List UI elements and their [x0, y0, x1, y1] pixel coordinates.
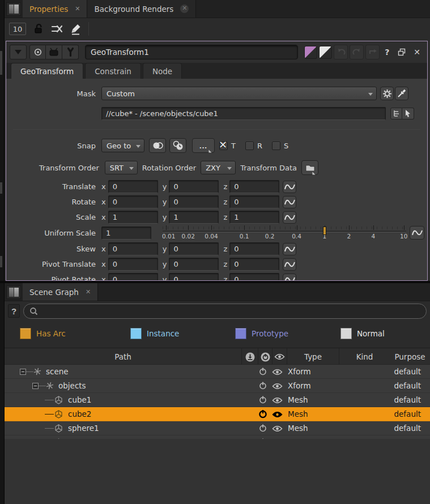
transform-order-dropdown[interactable]: SRT [105, 161, 138, 174]
tab-constrain[interactable]: Constrain [85, 63, 141, 79]
tab-background-renders[interactable]: Background Renders ✕ [87, 0, 196, 18]
scale-y-field[interactable]: 1 [169, 211, 219, 224]
snap-t-checkbox[interactable]: ✕ [219, 142, 228, 150]
pane-menu-icon[interactable] [6, 285, 21, 299]
skew-y-field[interactable]: 0 [169, 242, 219, 255]
column-header-purpose[interactable]: Purpose [390, 348, 430, 365]
tab-geotransform[interactable]: GeoTransform [11, 63, 83, 79]
power-icon[interactable] [258, 424, 267, 434]
center-viewer-button[interactable] [29, 45, 46, 59]
redo-button[interactable] [350, 45, 364, 59]
translate-z-field[interactable]: 0 [229, 180, 279, 193]
power-icon[interactable] [258, 367, 267, 378]
eye-icon[interactable] [272, 383, 283, 391]
mask-expression-field[interactable]: //cube* - /scene/objects/cube1 [101, 107, 386, 120]
transform-data-button[interactable] [301, 160, 318, 175]
pivot-translate-x-field[interactable]: 0 [108, 258, 158, 271]
undo-button[interactable] [334, 45, 348, 59]
collapse-toggle[interactable] [20, 369, 26, 375]
row-path-label[interactable]: scene [46, 367, 69, 376]
settings-wrench-button[interactable] [62, 45, 79, 59]
tab-scene-graph[interactable]: Scene Graph ✕ [23, 283, 98, 301]
eye-icon[interactable] [272, 411, 283, 420]
scale-animation-button[interactable] [283, 211, 296, 224]
scale-z-field[interactable]: 1 [229, 211, 279, 224]
clear-all-panels-icon[interactable] [51, 24, 63, 34]
table-row-objects[interactable]: objects Xform default [5, 379, 430, 393]
mask-settings-button[interactable] [380, 87, 394, 100]
scene-graph-search-input[interactable] [41, 307, 420, 315]
node-tile-color-swatch[interactable] [304, 46, 317, 59]
gl-color-swatch[interactable] [319, 46, 332, 59]
uniform-scale-field[interactable]: 1 [101, 227, 151, 240]
pivot-rotate-z-field[interactable]: 0 [229, 273, 279, 280]
float-panel-button[interactable] [394, 45, 408, 59]
row-path-label[interactable]: cube1 [68, 395, 91, 404]
pivot-translate-z-field[interactable]: 0 [229, 258, 279, 271]
uniform-scale-animation-button[interactable] [410, 226, 424, 240]
mask-dropdown[interactable]: Custom [101, 87, 377, 100]
eye-icon[interactable] [272, 425, 283, 434]
scale-x-field[interactable]: 1 [108, 211, 158, 224]
tab-node[interactable]: Node [143, 63, 182, 79]
scene-graph-search[interactable] [23, 304, 427, 319]
mask-picker-button[interactable] [395, 87, 408, 100]
eye-icon[interactable] [272, 369, 283, 377]
row-path-label[interactable]: objects [58, 381, 86, 390]
select-in-viewer-button[interactable] [402, 108, 414, 119]
max-panels-input[interactable]: 10 [9, 23, 26, 35]
translate-x-field[interactable]: 0 [108, 180, 158, 193]
pivot-rotate-x-field[interactable]: 0 [108, 273, 158, 280]
column-header-visible[interactable] [272, 348, 287, 365]
snap-r-checkbox[interactable] [245, 142, 254, 150]
tab-properties-close-icon[interactable]: ✕ [75, 5, 80, 13]
skew-x-field[interactable]: 0 [108, 242, 158, 255]
translate-y-field[interactable]: 0 [169, 180, 219, 193]
revert-button[interactable] [365, 45, 380, 59]
pane-menu-icon[interactable] [6, 2, 21, 16]
row-path-label[interactable]: cube2 [68, 409, 91, 418]
snap-s-checkbox[interactable] [272, 142, 280, 150]
snap-keep-position-button[interactable] [169, 138, 186, 153]
table-row-sphere1[interactable]: sphere1 Mesh default [5, 421, 430, 435]
eye-icon[interactable] [272, 397, 283, 405]
column-header-type[interactable]: Type [287, 348, 339, 365]
table-row-cube1[interactable]: cube1 Mesh default [5, 393, 430, 407]
power-icon[interactable] [258, 381, 267, 392]
row-path-label[interactable]: sphere1 [68, 424, 99, 433]
rotate-z-field[interactable]: 0 [229, 195, 279, 208]
translate-animation-button[interactable] [283, 181, 296, 193]
slider-handle[interactable] [323, 227, 326, 235]
skew-animation-button[interactable] [283, 243, 296, 255]
pivot-translate-animation-button[interactable] [283, 258, 296, 271]
power-icon[interactable] [258, 395, 267, 406]
column-header-load[interactable] [241, 348, 258, 365]
rotation-order-dropdown[interactable]: ZXY [201, 161, 236, 174]
uniform-scale-slider[interactable]: 0.01 0.02 0.04 0.1 0.2 0.4 1 2 4 10 [163, 225, 406, 240]
help-button[interactable]: ? [381, 48, 393, 57]
pivot-rotate-animation-button[interactable] [283, 274, 296, 281]
collapse-panel-button[interactable] [10, 45, 27, 59]
collapse-toggle[interactable] [32, 383, 39, 389]
column-header-path[interactable]: Path [5, 348, 241, 365]
rotate-x-field[interactable]: 0 [108, 195, 158, 208]
column-header-kind[interactable]: Kind [339, 348, 390, 365]
node-name-field[interactable]: GeoTransform1 [85, 45, 298, 59]
monitor-out-button[interactable] [46, 45, 62, 59]
snap-more-button[interactable]: ... [192, 138, 215, 153]
pivot-rotate-y-field[interactable]: 0 [169, 273, 219, 280]
pivot-translate-y-field[interactable]: 0 [169, 258, 219, 271]
unlock-icon[interactable] [33, 23, 44, 35]
tab-background-renders-close-icon[interactable]: ✕ [180, 5, 189, 13]
snap-mode-dropdown[interactable]: Geo to [101, 139, 144, 152]
skew-z-field[interactable]: 0 [229, 242, 279, 255]
tab-scene-graph-close-icon[interactable]: ✕ [86, 288, 91, 296]
rotate-animation-button[interactable] [283, 196, 296, 208]
power-icon[interactable] [258, 409, 267, 420]
column-header-active[interactable] [258, 348, 272, 365]
tab-properties[interactable]: Properties ✕ [23, 0, 87, 18]
scene-graph-help-button[interactable]: ? [8, 304, 20, 318]
table-row-cube2[interactable]: cube2 Mesh default [5, 407, 430, 421]
edit-pencil-icon[interactable] [70, 23, 82, 35]
close-panel-button[interactable]: ✕ [410, 48, 424, 57]
